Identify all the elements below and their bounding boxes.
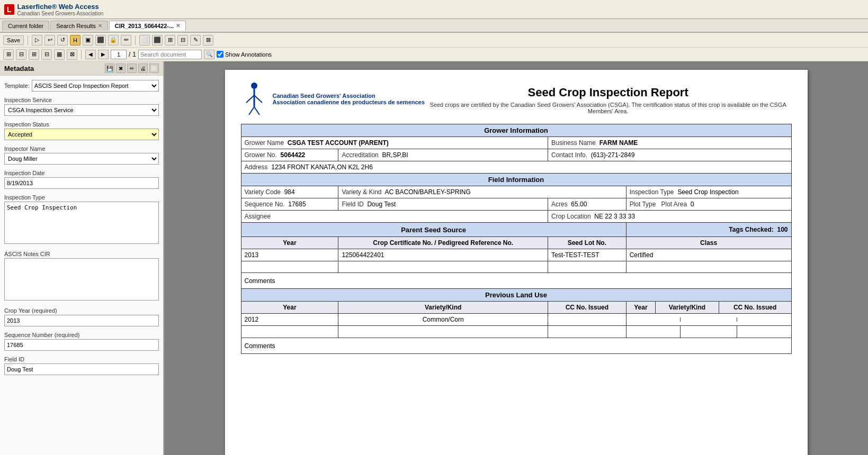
template-select[interactable]: ASCIS Seed Crop Inspection Report [32,80,159,92]
inspection-type-textarea[interactable]: Seed Crop Inspection [4,202,159,244]
fit-width-icon[interactable]: ⬛ [152,35,163,46]
tab-search-results-close[interactable]: ✕ [98,23,102,29]
prev-land-col-cc-1: CC No. Issued [548,302,626,314]
field-label-inspection-service: Inspection Service [4,97,159,103]
edit-icon[interactable]: ✎ [190,35,201,46]
field-group-inspector-name: Inspector Name Doug Miller [4,145,159,165]
inspection-status-select[interactable]: Accepted [4,129,159,140]
fit-page-icon[interactable]: ⬜ [139,35,150,46]
grower-no-label: Grower No. [245,151,277,159]
show-annotations-label: Show Annotations [225,51,272,58]
prev-land-row-1-variety-2 [681,317,737,322]
pencil-icon[interactable]: ✏ [121,35,131,46]
stamp-icon[interactable]: ⬛ [95,35,106,46]
tab-search-results-label: Search Results [56,23,96,29]
grid-icon[interactable]: ⊟ [177,35,188,46]
page-total: 1 [132,51,136,58]
acres-cell: Acres 65.00 [548,198,626,211]
prev-land-row-2-right [627,326,791,338]
camera-icon[interactable]: ⊠ [203,35,213,46]
nav-sep-1 [81,50,82,59]
field-id-input[interactable] [4,363,159,375]
parent-col-year: Year [241,237,338,249]
inspector-name-select[interactable]: Doug Miller [4,153,159,165]
show-annotations-checkbox-label[interactable]: Show Annotations [217,51,272,58]
prev-land-row-1-year: 2012 [241,314,338,326]
tab-search-results[interactable]: Search Results ✕ [50,21,108,31]
logo-letter: L [4,4,14,15]
sequence-no-cell: Sequence No. 17685 [241,198,338,211]
prev-land-col-cc-2: CC No. Issued [719,302,791,313]
grower-name-value: CSGA TEST ACCOUNT (PARENT) [288,139,389,147]
parent-row-2-class [626,261,791,273]
fit-screen-icon[interactable]: ⊞ [3,49,14,60]
field-group-inspection-date: Inspection Date [4,170,159,189]
ascis-notes-textarea[interactable] [4,258,159,301]
grower-name-label: Grower Name [245,139,284,147]
variety-kind-value: AC BACON/BARLEY-SPRING [385,188,471,196]
sidebar-title: Metadata [4,65,34,72]
business-name-cell: Business Name FARM NAME [548,137,791,149]
accreditation-label: Accreditation [342,151,378,159]
inspection-date-input[interactable] [4,177,159,189]
address-label: Address [245,163,268,171]
save-button[interactable]: Save [3,35,24,45]
report-subtitle: Seed crops are certified by the Canadian… [425,102,792,114]
inspection-service-select[interactable]: CSGA Inspection Service [4,104,159,116]
sidebar-print-icon[interactable]: 🖨 [138,63,148,73]
lock-icon[interactable]: 🔒 [108,35,119,46]
sidebar-expand-icon[interactable]: ⬜ [149,63,159,73]
document-page: Canadian Seed Growers' Association Assoc… [225,70,808,455]
assignee-cell: Assignee [241,211,548,223]
prev-land-inner-table: Year Variety/Kind CC No. Issued [627,302,791,313]
business-name-label: Business Name [551,139,596,147]
sidebar-discard-icon[interactable]: ✖ [116,63,126,73]
arrow-right-icon[interactable]: ▷ [32,35,42,46]
tags-checked-value: 100 [777,226,788,233]
csga-name-fr: Association canadienne des producteurs d… [273,99,425,105]
arrow-left-icon[interactable]: ↩ [44,35,55,46]
document-viewer[interactable]: Canadian Seed Growers' Association Assoc… [164,61,868,455]
thumbnail-icon[interactable]: ▦ [54,49,65,60]
accreditation-value: BR,SP,BI [382,151,408,159]
sequence-number-input[interactable] [4,339,159,351]
field-id-doc-cell: Field ID Doug Test [338,198,548,211]
next-page-btn[interactable]: ▶ [98,50,109,59]
fit-screen2-icon[interactable]: ⊟ [16,49,26,60]
acres-label: Acres [551,201,568,208]
csga-figure-svg [241,80,267,117]
zoom-in-icon[interactable]: ⊞ [29,49,39,60]
variety-code-label: Variety Code [245,188,281,196]
bookmark-icon[interactable]: ⊠ [67,49,77,60]
tab-cir-doc-close[interactable]: ✕ [176,23,180,29]
show-annotations-checkbox[interactable] [217,51,223,58]
svg-line-4 [249,107,254,115]
refresh-icon[interactable]: ↺ [57,35,68,46]
inspection-type-field-label: Inspection Type [630,188,674,196]
sidebar-edit-icon[interactable]: ✏ [127,63,137,73]
select-icon[interactable]: ▣ [83,35,93,46]
tab-current-folder[interactable]: Current folder [2,21,49,31]
svg-point-0 [251,83,257,89]
zoom-icon[interactable]: ⊞ [165,35,175,46]
prev-land-row-1-cc-2 [737,317,791,322]
parent-comments-label: Comments [245,277,275,285]
prev-land-row-1-variety: Common/Corn [338,314,548,326]
address-value: 1234 FRONT KANATA,ON K2L 2H6 [271,163,373,171]
grower-no-value: 5064422 [281,151,306,159]
sidebar-save-icon[interactable]: 💾 [105,63,114,73]
tab-cir-doc[interactable]: CIR_2013_5064422-... ✕ [109,21,186,31]
crop-year-input[interactable] [4,315,159,326]
search-doc-btn[interactable]: 🔍 [204,50,214,59]
page-number-input[interactable] [111,50,127,59]
grower-no-cell: Grower No. 5064422 [241,149,338,161]
prev-land-row-1-cc [548,314,626,326]
hand-icon[interactable]: H [70,35,80,46]
plot-type-cell: Plot Type Plot Area 0 [626,198,791,211]
field-group-field-id: Field ID [4,356,159,375]
prev-land-col-year-1: Year [241,302,338,314]
prev-page-btn[interactable]: ◀ [85,50,96,59]
zoom-out-icon[interactable]: ⊟ [41,49,52,60]
search-document-input[interactable] [138,50,202,59]
csga-name-en: Canadian Seed Growers' Association [273,93,425,99]
